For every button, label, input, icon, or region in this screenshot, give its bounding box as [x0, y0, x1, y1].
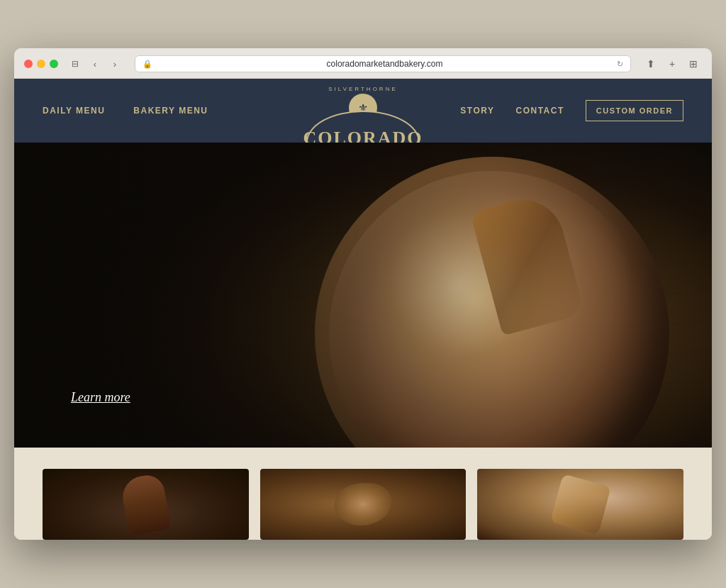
- nav-right: STORY CONTACT CUSTOM ORDER: [460, 100, 683, 121]
- hero-content: Learn more: [71, 390, 130, 405]
- thumbnail-3: [477, 469, 683, 540]
- main-nav: DAILY MENU BAKERY MENU SILVERTHORNE ⚜ CO…: [14, 79, 712, 143]
- learn-more-link[interactable]: Learn more: [71, 390, 130, 404]
- security-icon: 🔒: [143, 60, 152, 69]
- nav-daily-menu[interactable]: DAILY MENU: [43, 106, 105, 116]
- address-bar[interactable]: 🔒 coloradomarketandbakery.com ↻: [135, 55, 631, 72]
- maximize-button[interactable]: [50, 60, 58, 68]
- browser-chrome: ⊟ ‹ › 🔒 coloradomarketandbakery.com ↻ ⬆ …: [14, 48, 712, 79]
- nav-left: DAILY MENU BAKERY MENU: [43, 106, 208, 116]
- thumbnail-row: [14, 448, 712, 540]
- hero-section: Learn more: [14, 143, 712, 448]
- new-tab-icon[interactable]: +: [664, 55, 681, 72]
- reload-icon[interactable]: ↻: [617, 60, 623, 69]
- minimize-button[interactable]: [37, 60, 45, 68]
- share-icon[interactable]: ⬆: [642, 55, 659, 72]
- nav-story[interactable]: STORY: [460, 106, 494, 116]
- close-button[interactable]: [24, 60, 33, 68]
- thumb-2-shape: [335, 483, 391, 526]
- tabs-icon[interactable]: ⊞: [685, 55, 702, 72]
- browser-controls: ⊟ ‹ ›: [67, 55, 123, 72]
- custom-order-button[interactable]: CUSTOM ORDER: [586, 100, 683, 121]
- thumb-2-inner: [260, 469, 467, 540]
- thumbnail-1: [43, 469, 249, 540]
- nav-contact[interactable]: CONTACT: [515, 106, 564, 116]
- browser-actions: ⬆ + ⊞: [642, 55, 702, 72]
- traffic-lights: [24, 60, 58, 68]
- website-content: DAILY MENU BAKERY MENU SILVERTHORNE ⚜ CO…: [14, 79, 712, 540]
- thumb-1-shape: [120, 472, 172, 536]
- logo-top-text: SILVERTHORNE: [328, 86, 398, 92]
- forward-button[interactable]: ›: [106, 55, 123, 72]
- nav-bakery-menu[interactable]: BAKERY MENU: [133, 106, 208, 116]
- browser-window: ⊟ ‹ › 🔒 coloradomarketandbakery.com ↻ ⬆ …: [14, 48, 712, 540]
- thumbnail-2: [260, 469, 467, 540]
- thumb-3-shape: [550, 474, 611, 535]
- url-text: coloradomarketandbakery.com: [157, 59, 613, 69]
- thumb-1-inner: [43, 469, 249, 540]
- sidebar-icon[interactable]: ⊟: [67, 55, 84, 72]
- thumb-3-inner: [477, 469, 683, 540]
- back-button[interactable]: ‹: [86, 55, 104, 72]
